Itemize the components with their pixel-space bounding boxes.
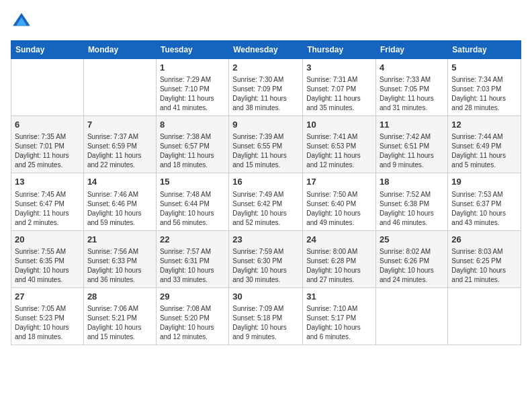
day-number: 14 (87, 176, 152, 188)
day-number: 7 (87, 119, 152, 131)
day-cell: 30Sunrise: 7:09 AM Sunset: 5:18 PM Dayli… (229, 287, 303, 345)
day-info: Sunrise: 7:05 AM Sunset: 5:23 PM Dayligh… (15, 304, 80, 342)
day-number: 2 (232, 62, 299, 74)
day-cell: 9Sunrise: 7:39 AM Sunset: 6:55 PM Daylig… (229, 116, 303, 173)
day-info: Sunrise: 7:35 AM Sunset: 7:01 PM Dayligh… (15, 132, 80, 170)
day-cell: 4Sunrise: 7:33 AM Sunset: 7:05 PM Daylig… (376, 59, 448, 116)
day-cell: 6Sunrise: 7:35 AM Sunset: 7:01 PM Daylig… (11, 116, 84, 173)
day-number: 17 (306, 176, 372, 188)
day-number: 12 (451, 119, 517, 131)
day-cell: 21Sunrise: 7:56 AM Sunset: 6:33 PM Dayli… (83, 230, 156, 287)
day-cell: 19Sunrise: 7:53 AM Sunset: 6:37 PM Dayli… (448, 173, 521, 230)
day-number: 4 (380, 62, 444, 74)
column-header-saturday: Saturday (448, 41, 521, 59)
day-cell (83, 59, 156, 116)
day-number: 9 (232, 119, 299, 131)
day-cell: 23Sunrise: 7:59 AM Sunset: 6:30 PM Dayli… (229, 230, 303, 287)
day-cell: 11Sunrise: 7:42 AM Sunset: 6:51 PM Dayli… (376, 116, 448, 173)
day-cell: 5Sunrise: 7:34 AM Sunset: 7:03 PM Daylig… (448, 59, 521, 116)
day-info: Sunrise: 7:30 AM Sunset: 7:09 PM Dayligh… (232, 75, 299, 113)
day-info: Sunrise: 7:37 AM Sunset: 6:59 PM Dayligh… (87, 132, 152, 170)
column-header-sunday: Sunday (11, 41, 84, 59)
day-number: 30 (232, 291, 299, 303)
day-cell: 12Sunrise: 7:44 AM Sunset: 6:49 PM Dayli… (448, 116, 521, 173)
day-number: 1 (160, 62, 225, 74)
day-cell: 24Sunrise: 8:00 AM Sunset: 6:28 PM Dayli… (303, 230, 376, 287)
day-number: 29 (160, 291, 225, 303)
page-header (11, 11, 521, 32)
day-info: Sunrise: 7:57 AM Sunset: 6:31 PM Dayligh… (160, 247, 225, 285)
day-number: 18 (380, 176, 444, 188)
day-number: 25 (380, 234, 444, 246)
day-cell: 25Sunrise: 8:02 AM Sunset: 6:26 PM Dayli… (376, 230, 448, 287)
day-cell: 18Sunrise: 7:52 AM Sunset: 6:38 PM Dayli… (376, 173, 448, 230)
day-cell: 1Sunrise: 7:29 AM Sunset: 7:10 PM Daylig… (156, 59, 228, 116)
day-info: Sunrise: 7:52 AM Sunset: 6:38 PM Dayligh… (380, 190, 444, 228)
day-info: Sunrise: 7:31 AM Sunset: 7:07 PM Dayligh… (306, 75, 372, 113)
day-number: 6 (15, 119, 80, 131)
day-info: Sunrise: 7:06 AM Sunset: 5:21 PM Dayligh… (87, 304, 152, 342)
day-cell: 16Sunrise: 7:49 AM Sunset: 6:42 PM Dayli… (229, 173, 303, 230)
day-cell: 17Sunrise: 7:50 AM Sunset: 6:40 PM Dayli… (303, 173, 376, 230)
day-number: 13 (15, 176, 80, 188)
day-info: Sunrise: 7:34 AM Sunset: 7:03 PM Dayligh… (451, 75, 517, 113)
day-info: Sunrise: 7:38 AM Sunset: 6:57 PM Dayligh… (160, 132, 225, 170)
day-number: 20 (15, 234, 80, 246)
day-cell: 14Sunrise: 7:46 AM Sunset: 6:46 PM Dayli… (83, 173, 156, 230)
calendar-table: SundayMondayTuesdayWednesdayThursdayFrid… (11, 40, 521, 345)
day-cell: 8Sunrise: 7:38 AM Sunset: 6:57 PM Daylig… (156, 116, 228, 173)
day-number: 26 (451, 234, 517, 246)
logo-icon (11, 11, 32, 32)
day-cell: 22Sunrise: 7:57 AM Sunset: 6:31 PM Dayli… (156, 230, 228, 287)
day-number: 11 (380, 119, 444, 131)
day-number: 10 (306, 119, 372, 131)
day-info: Sunrise: 7:49 AM Sunset: 6:42 PM Dayligh… (232, 190, 299, 228)
day-cell: 31Sunrise: 7:10 AM Sunset: 5:17 PM Dayli… (303, 287, 376, 345)
day-cell: 2Sunrise: 7:30 AM Sunset: 7:09 PM Daylig… (229, 59, 303, 116)
day-info: Sunrise: 7:10 AM Sunset: 5:17 PM Dayligh… (306, 304, 372, 342)
day-cell: 13Sunrise: 7:45 AM Sunset: 6:47 PM Dayli… (11, 173, 84, 230)
day-info: Sunrise: 7:44 AM Sunset: 6:49 PM Dayligh… (451, 132, 517, 170)
day-cell: 10Sunrise: 7:41 AM Sunset: 6:53 PM Dayli… (303, 116, 376, 173)
day-cell (448, 287, 521, 345)
header-row: SundayMondayTuesdayWednesdayThursdayFrid… (11, 41, 521, 59)
day-info: Sunrise: 7:29 AM Sunset: 7:10 PM Dayligh… (160, 75, 225, 113)
week-row-4: 20Sunrise: 7:55 AM Sunset: 6:35 PM Dayli… (11, 230, 521, 287)
day-cell: 15Sunrise: 7:48 AM Sunset: 6:44 PM Dayli… (156, 173, 228, 230)
day-info: Sunrise: 7:48 AM Sunset: 6:44 PM Dayligh… (160, 190, 225, 228)
day-number: 23 (232, 234, 299, 246)
day-info: Sunrise: 7:33 AM Sunset: 7:05 PM Dayligh… (380, 75, 444, 113)
day-number: 22 (160, 234, 225, 246)
column-header-wednesday: Wednesday (229, 41, 303, 59)
day-cell: 20Sunrise: 7:55 AM Sunset: 6:35 PM Dayli… (11, 230, 84, 287)
day-info: Sunrise: 7:45 AM Sunset: 6:47 PM Dayligh… (15, 190, 80, 228)
day-info: Sunrise: 7:09 AM Sunset: 5:18 PM Dayligh… (232, 304, 299, 342)
day-info: Sunrise: 7:08 AM Sunset: 5:20 PM Dayligh… (160, 304, 225, 342)
day-number: 15 (160, 176, 225, 188)
day-cell: 27Sunrise: 7:05 AM Sunset: 5:23 PM Dayli… (11, 287, 84, 345)
day-number: 5 (451, 62, 517, 74)
logo (11, 11, 35, 32)
day-info: Sunrise: 7:39 AM Sunset: 6:55 PM Dayligh… (232, 132, 299, 170)
column-header-tuesday: Tuesday (156, 41, 228, 59)
day-number: 24 (306, 234, 372, 246)
day-cell: 26Sunrise: 8:03 AM Sunset: 6:25 PM Dayli… (448, 230, 521, 287)
day-info: Sunrise: 8:00 AM Sunset: 6:28 PM Dayligh… (306, 247, 372, 285)
day-info: Sunrise: 7:46 AM Sunset: 6:46 PM Dayligh… (87, 190, 152, 228)
day-number: 19 (451, 176, 517, 188)
column-header-thursday: Thursday (303, 41, 376, 59)
day-info: Sunrise: 8:03 AM Sunset: 6:25 PM Dayligh… (451, 247, 517, 285)
week-row-2: 6Sunrise: 7:35 AM Sunset: 7:01 PM Daylig… (11, 116, 521, 173)
column-header-monday: Monday (83, 41, 156, 59)
day-number: 21 (87, 234, 152, 246)
day-number: 28 (87, 291, 152, 303)
column-header-friday: Friday (376, 41, 448, 59)
day-number: 31 (306, 291, 372, 303)
day-number: 3 (306, 62, 372, 74)
day-cell: 3Sunrise: 7:31 AM Sunset: 7:07 PM Daylig… (303, 59, 376, 116)
day-info: Sunrise: 7:59 AM Sunset: 6:30 PM Dayligh… (232, 247, 299, 285)
day-cell (11, 59, 84, 116)
day-cell (376, 287, 448, 345)
day-info: Sunrise: 7:53 AM Sunset: 6:37 PM Dayligh… (451, 190, 517, 228)
day-number: 8 (160, 119, 225, 131)
